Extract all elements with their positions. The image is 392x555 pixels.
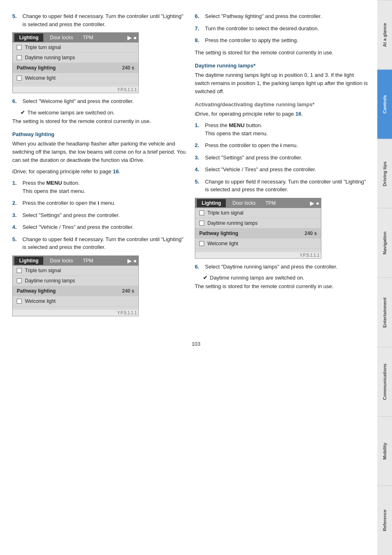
daytime-result-6-text: Daytime running lamps are switched on. bbox=[210, 275, 304, 281]
menu2-label-bar: Y.P.S.1.1.1 bbox=[13, 310, 138, 316]
menu-label-pathway: Pathway lighting bbox=[17, 65, 56, 71]
checkbox-welcome bbox=[17, 76, 22, 81]
sidebar-tab-navigation[interactable]: Navigation bbox=[377, 208, 392, 278]
step-6-text: Select "Welcome light" and press the con… bbox=[22, 97, 187, 105]
daytime-step-4: 4. Select "Vehicle / Tires" and press th… bbox=[195, 166, 369, 174]
step-6-left: 6. Select "Welcome light" and press the … bbox=[12, 97, 187, 105]
pathway-step-4-text: Select "Vehicle / Tires" and press the c… bbox=[22, 223, 187, 231]
daytime-step-3-num: 3. bbox=[195, 154, 203, 162]
checkbox2-welcome bbox=[17, 299, 22, 304]
sidebar-tab-reference[interactable]: Reference bbox=[377, 486, 392, 555]
pathway-idrive-ref: iDrive, for operating principle refer to… bbox=[12, 168, 187, 176]
ref-link-16: 16 bbox=[113, 168, 118, 175]
step-8-right-num: 8. bbox=[195, 36, 203, 45]
sidebar-tab-driving-tips[interactable]: Driving tips bbox=[377, 139, 392, 208]
checkmark-icon-2: ✔ bbox=[203, 275, 207, 281]
menu2-item-daytime: Daytime running lamps bbox=[13, 276, 138, 286]
checkbox2-triple bbox=[17, 268, 22, 273]
daytime-step-5-text: Change to upper field if necessary. Turn… bbox=[205, 178, 369, 194]
menu-item-pathway: Pathway lighting 240 s bbox=[13, 63, 138, 73]
tpm-tab: TPM bbox=[78, 34, 98, 42]
pathway-step-1-num: 1. bbox=[12, 179, 20, 195]
daytime-step-6-num: 6. bbox=[195, 263, 203, 271]
left-column: 5. Change to upper field if necessary. T… bbox=[12, 12, 187, 320]
menu3-label-triple: Triple turn signal bbox=[207, 210, 243, 216]
menu-label-bar: Y.P.S.1.1.1 bbox=[13, 87, 138, 93]
sidebar-tab-entertainment[interactable]: Entertainment bbox=[377, 278, 392, 347]
menu3-label-daytime: Daytime running lamps bbox=[207, 220, 258, 226]
pathway-heading: Pathway lighting bbox=[12, 131, 187, 137]
step-6-number: 6. bbox=[12, 97, 20, 105]
tpm-tab-2: TPM bbox=[78, 257, 98, 265]
door-locks-tab: Door locks bbox=[45, 34, 78, 42]
pathway-step-2-num: 2. bbox=[12, 199, 20, 207]
note-after-8: The setting is stored for the remote con… bbox=[195, 49, 369, 57]
daytime-heading: Daytime running lamps* bbox=[195, 63, 369, 69]
sidebar-tab-mobility[interactable]: Mobility bbox=[377, 416, 392, 486]
step-7-right: 7. Turn the controller to select the des… bbox=[195, 25, 369, 33]
daytime-step-4-num: 4. bbox=[195, 166, 203, 174]
pathway-step-2: 2. Press the controller to open the i me… bbox=[12, 199, 187, 207]
daytime-sub-heading: Activating/deactivating daytime running … bbox=[195, 101, 369, 107]
idrive-menu-3: Lighting Door locks TPM ▶ ● Triple turn … bbox=[195, 198, 369, 259]
daytime-step-2-num: 2. bbox=[195, 141, 203, 150]
step-text: Change to upper field if necessary. Turn… bbox=[22, 12, 187, 28]
sidebar-tab-communications[interactable]: Communications bbox=[377, 347, 392, 416]
idrive-menu-2: Lighting Door locks TPM ▶ ● Triple turn … bbox=[12, 255, 187, 316]
menu2-item-triple: Triple turn signal bbox=[13, 266, 138, 276]
daytime-result-6: ✔ Daytime running lamps are switched on. bbox=[203, 275, 369, 281]
pathway-body1: When you activate the headlamp flasher a… bbox=[12, 140, 187, 164]
menu-label-welcome: Welcome light bbox=[25, 75, 56, 81]
pathway-value-3: 240 s bbox=[305, 231, 317, 236]
pathway-value-2: 240 s bbox=[122, 288, 134, 294]
step-7-right-text: Turn the controller to select the desire… bbox=[205, 25, 369, 33]
idrive-menu-1: Lighting Door locks TPM ▶ ● Triple turn … bbox=[12, 32, 187, 93]
menu3-label-welcome: Welcome light bbox=[207, 241, 238, 246]
checkmark-icon: ✔ bbox=[20, 110, 25, 116]
note-6: The setting is stored for the remote con… bbox=[12, 117, 187, 125]
step-number: 5. bbox=[12, 12, 20, 28]
daytime-note-6: The setting is stored for the remote con… bbox=[195, 282, 369, 291]
daytime-step-3: 3. Select "Settings" and press the contr… bbox=[195, 154, 369, 162]
menu-arrow-3: ▶ ● bbox=[310, 200, 319, 206]
checkbox3-triple bbox=[199, 210, 204, 215]
menu2-item-welcome: Welcome light bbox=[13, 296, 138, 307]
checkbox2-daytime bbox=[17, 278, 22, 283]
step-6-right: 6. Select "Pathway lighting" and press t… bbox=[195, 12, 369, 20]
ref-link-16b: 16 bbox=[295, 111, 301, 117]
menu-item-daytime: Daytime running lamps bbox=[13, 53, 138, 63]
pathway-step-3-num: 3. bbox=[12, 211, 20, 219]
menu2-label-welcome: Welcome light bbox=[25, 298, 56, 304]
menu3-label-bar: Y.P.S.1.1.1 bbox=[195, 252, 321, 258]
right-column: 6. Select "Pathway lighting" and press t… bbox=[195, 12, 369, 320]
sidebar-tab-controls[interactable]: Controls bbox=[377, 69, 392, 139]
checkbox3-daytime bbox=[199, 221, 204, 226]
menu3-item-pathway: Pathway lighting 240 s bbox=[195, 228, 321, 239]
checkbox-triple bbox=[17, 45, 22, 50]
daytime-step-5-num: 5. bbox=[195, 178, 203, 194]
menu-arrow-2: ▶ ● bbox=[127, 257, 137, 264]
lighting-tab-3: Lighting bbox=[197, 199, 226, 207]
daytime-step-2: 2. Press the controller to open the i me… bbox=[195, 141, 369, 150]
sidebar-tabs: At a glance Controls Driving tips Naviga… bbox=[377, 0, 392, 555]
daytime-idrive-ref: iDrive, for operating principle refer to… bbox=[195, 110, 369, 118]
step-7-right-num: 7. bbox=[195, 25, 203, 33]
result-6: ✔ The welcome lamps are switched on. bbox=[20, 110, 187, 116]
daytime-step-3-text: Select "Settings" and press the controll… bbox=[205, 154, 369, 162]
daytime-step-6-text: Select "Daytime running lamps" and press… bbox=[205, 263, 369, 271]
daytime-body1: The daytime running lamps light up in po… bbox=[195, 71, 369, 96]
daytime-step-1-num: 1. bbox=[195, 121, 203, 137]
pathway-step-3: 3. Select "Settings" and press the contr… bbox=[12, 211, 187, 219]
menu-item-welcome: Welcome light bbox=[13, 73, 138, 83]
menu3-item-triple: Triple turn signal bbox=[195, 208, 321, 218]
daytime-step-5: 5. Change to upper field if necessary. T… bbox=[195, 178, 369, 194]
checkbox-daytime bbox=[17, 55, 22, 60]
pathway-step-4-num: 4. bbox=[12, 223, 20, 231]
pathway-step-5-num: 5. bbox=[12, 235, 20, 251]
step-8-right-text: Press the controller to apply the settin… bbox=[205, 36, 369, 45]
result-6-text: The welcome lamps are switched on. bbox=[27, 110, 115, 116]
door-locks-tab-2: Door locks bbox=[45, 257, 78, 265]
pathway-step-2-text: Press the controller to open the i menu. bbox=[22, 199, 187, 207]
sidebar-tab-at-a-glance[interactable]: At a glance bbox=[377, 0, 392, 69]
menu2-label-triple: Triple turn signal bbox=[25, 268, 61, 273]
